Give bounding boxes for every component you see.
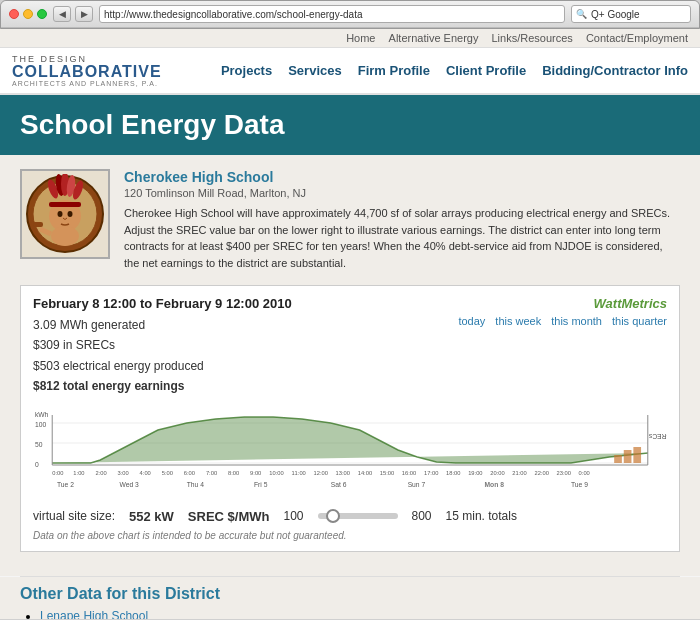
browser-titlebar: ◀ ▶ http://www.thedesigncollaborative.co…: [1, 1, 699, 28]
stat-mwh: 3.09 MWh generated: [33, 315, 292, 335]
nav-home[interactable]: Home: [346, 32, 375, 44]
school-description: Cherokee High School will have approxima…: [124, 205, 680, 271]
srec-min: 100: [283, 509, 303, 523]
svg-text:1:00: 1:00: [73, 469, 85, 475]
school-card: Cherokee High School 120 Tomlinson Mill …: [20, 169, 680, 271]
page-title: School Energy Data: [20, 109, 680, 141]
svg-point-8: [58, 211, 63, 217]
back-button[interactable]: ◀: [53, 6, 71, 22]
logo-sub: ARCHITECTS AND PLANNERS, P.A.: [12, 80, 172, 87]
nav-contact-employment[interactable]: Contact/Employment: [586, 32, 688, 44]
virtual-site-value: 552 kW: [129, 509, 174, 524]
other-data-title: Other Data for this District: [20, 585, 680, 603]
data-panel: February 8 12:00 to February 9 12:00 201…: [20, 285, 680, 552]
svg-text:9:00: 9:00: [250, 469, 262, 475]
svg-text:Tue 9: Tue 9: [571, 480, 588, 487]
srec-max: 800: [412, 509, 432, 523]
svg-text:100: 100: [35, 420, 46, 427]
srec-slider-thumb[interactable]: [326, 509, 340, 523]
svg-text:50: 50: [35, 440, 43, 447]
nav-firm-profile[interactable]: Firm Profile: [358, 63, 430, 78]
time-nav: today this week this month this quarter: [458, 315, 667, 327]
svg-point-9: [68, 211, 73, 217]
site-header: THE DESIGN COLLABORATIVE ARCHITECTS AND …: [0, 48, 700, 95]
search-icon: 🔍: [576, 9, 587, 19]
url-text: http://www.thedesigncollaborative.com/sc…: [104, 9, 362, 20]
svg-text:Sun 7: Sun 7: [408, 480, 426, 487]
traffic-lights: [9, 9, 47, 19]
other-data-section: Other Data for this District Lenape High…: [0, 577, 700, 619]
stat-electrical: $503 electrical energy produced: [33, 356, 292, 376]
svg-text:14:00: 14:00: [358, 469, 373, 475]
svg-text:Thu 4: Thu 4: [187, 480, 204, 487]
data-panel-header: February 8 12:00 to February 9 12:00 201…: [33, 296, 667, 397]
svg-text:23:00: 23:00: [557, 469, 572, 475]
svg-text:6:00: 6:00: [184, 469, 196, 475]
filter-today[interactable]: today: [458, 315, 485, 327]
svg-text:8:00: 8:00: [228, 469, 240, 475]
data-panel-right: WattMetrics today this week this month t…: [458, 296, 667, 327]
svg-text:Wed 3: Wed 3: [119, 480, 138, 487]
energy-chart: kWh 100 50 0 $SRECs: [33, 405, 667, 505]
school-logo-box: [20, 169, 110, 259]
filter-this-month[interactable]: this month: [551, 315, 602, 327]
stat-srecs: $309 in SRECs: [33, 335, 292, 355]
link-lenape[interactable]: Lenape High School: [40, 609, 148, 619]
minimize-button[interactable]: [23, 9, 33, 19]
svg-text:13:00: 13:00: [336, 469, 351, 475]
svg-text:5:00: 5:00: [162, 469, 174, 475]
svg-text:19:00: 19:00: [468, 469, 483, 475]
website-content: Home Alternative Energy Links/Resources …: [0, 29, 700, 619]
search-bar[interactable]: 🔍 Q+ Google: [571, 5, 691, 23]
svg-text:Sat 6: Sat 6: [331, 480, 347, 487]
svg-text:15:00: 15:00: [380, 469, 395, 475]
nav-links-resources[interactable]: Links/Resources: [492, 32, 573, 44]
maximize-button[interactable]: [37, 9, 47, 19]
nav-client-profile[interactable]: Client Profile: [446, 63, 526, 78]
filter-this-quarter[interactable]: this quarter: [612, 315, 667, 327]
svg-rect-22: [624, 450, 632, 463]
nav-buttons: ◀ ▶: [53, 6, 93, 22]
utility-nav: Home Alternative Energy Links/Resources …: [0, 29, 700, 48]
main-nav: Projects Services Firm Profile Client Pr…: [172, 63, 688, 78]
totals-label: 15 min. totals: [446, 509, 517, 523]
virtual-site-label: virtual site size:: [33, 509, 115, 523]
school-address: 120 Tomlinson Mill Road, Marlton, NJ: [124, 187, 680, 199]
svg-text:3:00: 3:00: [118, 469, 130, 475]
srec-slider-container: [318, 513, 398, 519]
svg-text:0:00: 0:00: [579, 469, 591, 475]
search-placeholder: Q+ Google: [591, 9, 640, 20]
nav-services[interactable]: Services: [288, 63, 342, 78]
chart-svg: kWh 100 50 0 $SRECs: [33, 405, 667, 505]
close-button[interactable]: [9, 9, 19, 19]
filter-this-week[interactable]: this week: [495, 315, 541, 327]
nav-alternative-energy[interactable]: Alternative Energy: [389, 32, 479, 44]
address-bar[interactable]: http://www.thedesigncollaborative.com/sc…: [99, 5, 565, 23]
svg-text:0:00: 0:00: [52, 469, 64, 475]
svg-text:kWh: kWh: [35, 410, 49, 417]
nav-projects[interactable]: Projects: [221, 63, 272, 78]
site-controls: virtual site size: 552 kW SREC $/MWh 100…: [33, 509, 667, 524]
disclaimer: Data on the above chart is intended to b…: [33, 530, 667, 541]
srec-slider-track: [318, 513, 398, 519]
svg-text:Tue 2: Tue 2: [57, 480, 74, 487]
page-banner: School Energy Data: [0, 95, 700, 155]
browser-window: ◀ ▶ http://www.thedesigncollaborative.co…: [0, 0, 700, 29]
svg-rect-23: [633, 447, 641, 463]
school-info: Cherokee High School 120 Tomlinson Mill …: [124, 169, 680, 271]
list-item: Lenape High School: [40, 609, 680, 619]
forward-button[interactable]: ▶: [75, 6, 93, 22]
svg-text:$SRECs: $SRECs: [648, 433, 667, 440]
srec-label: SREC $/MWh: [188, 509, 270, 524]
school-logo-image: [25, 174, 105, 254]
other-data-list: Lenape High School Seneca High School: [20, 609, 680, 619]
logo-main: COLLABORATIVE: [12, 64, 172, 80]
svg-rect-10: [49, 202, 81, 207]
svg-text:18:00: 18:00: [446, 469, 461, 475]
nav-bidding[interactable]: Bidding/Contractor Info: [542, 63, 688, 78]
svg-rect-13: [33, 222, 43, 227]
svg-text:7:00: 7:00: [206, 469, 218, 475]
date-range: February 8 12:00 to February 9 12:00 201…: [33, 296, 292, 311]
stat-total: $812 total energy earnings: [33, 376, 292, 396]
school-name: Cherokee High School: [124, 169, 680, 185]
